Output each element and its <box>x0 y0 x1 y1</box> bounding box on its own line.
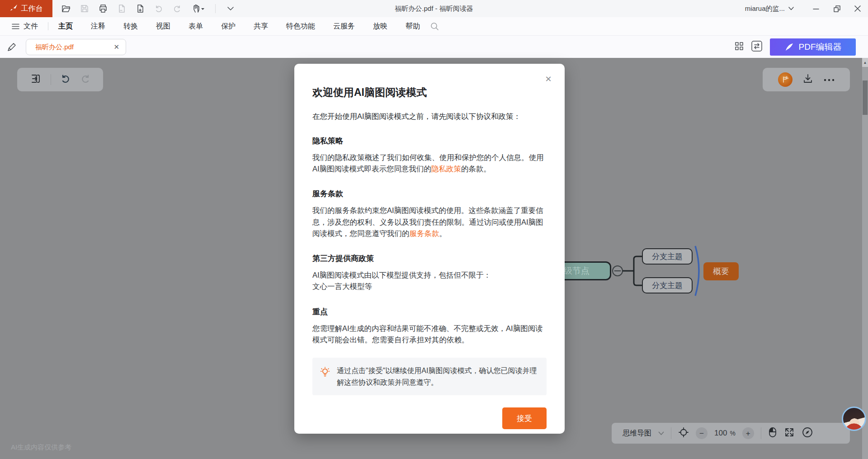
dialog-intro: 在您开始使用AI脑图阅读模式之前，请先阅读以下协议和政策： <box>312 112 547 122</box>
canvas-toolbar-right <box>763 68 850 91</box>
lightbulb-icon <box>320 366 330 378</box>
canvas-bottom-toolbar: 思维导图 − 100 % + <box>612 423 850 444</box>
annotate-pencil-icon[interactable] <box>6 42 17 54</box>
grid-view-icon[interactable] <box>735 42 744 52</box>
exit-mindmap-icon[interactable] <box>30 73 42 86</box>
collapse-ribbon-icon[interactable] <box>225 3 236 14</box>
thirdparty-heading: 第三方提供商政策 <box>312 253 547 264</box>
dialog-title: 欢迎使用AI脑图阅读模式 <box>312 85 547 99</box>
account-name: miarua的监... <box>745 5 785 13</box>
hand-tool-button[interactable] <box>190 3 206 14</box>
undo-button[interactable] <box>153 3 164 14</box>
menu-item-file[interactable]: 文件 <box>12 22 38 31</box>
add-page-button[interactable] <box>135 3 146 14</box>
restore-button[interactable] <box>826 0 847 17</box>
canvas-redo-button[interactable] <box>80 73 91 86</box>
minimize-button[interactable] <box>806 0 826 17</box>
tab-close-icon[interactable]: ✕ <box>113 43 119 51</box>
dialog-close-icon[interactable]: ✕ <box>543 74 554 85</box>
menu-item-present[interactable]: 放映 <box>373 22 387 31</box>
terms-paragraph: 我们的服务条款约束您AI脑图阅读模式的使用。这些条款涵盖了重要信息，涉及您的权利… <box>312 205 547 239</box>
important-paragraph: 您需理解AI生成的内容和结果可能不准确、不完整或无效，AI脑图阅读模式可能会出错… <box>312 323 547 345</box>
scrollbar-thumb[interactable] <box>863 80 868 115</box>
privacy-paragraph: 我们的隐私政策概述了我们如何收集、使用和保护您的个人信息。使用AI脑图阅读模式即… <box>312 152 547 175</box>
canvas-toolbar-left <box>17 68 103 91</box>
menu-items: 主页 注释 转换 视图 表单 保护 共享 特色功能 云服务 放映 帮助 <box>58 22 420 31</box>
toolbar-divider <box>671 427 671 439</box>
zoom-level: 100 % <box>714 429 736 438</box>
print-button[interactable] <box>98 3 108 14</box>
tip-box: 通过点击"接受"以继续使用AI脑图阅读模式，确认您已阅读并理解这些协议和政策并同… <box>312 358 547 395</box>
mouse-mode-icon[interactable] <box>768 427 777 440</box>
overview-compass-icon[interactable] <box>802 426 813 440</box>
mindmap-node-branch-bottom[interactable]: 分支主题 <box>642 277 693 293</box>
menu-item-cloud[interactable]: 云服务 <box>333 22 355 31</box>
menu-item-form[interactable]: 表单 <box>189 22 203 31</box>
save-button[interactable] <box>79 3 90 14</box>
terms-heading: 服务条款 <box>312 189 547 199</box>
title-bar: 工作台 <box>0 0 868 17</box>
toolbar-divider <box>215 4 216 13</box>
menu-item-home[interactable]: 主页 <box>58 22 73 31</box>
tab-bar: 福昕办公.pdf ✕ PDF编辑器 <box>0 36 868 58</box>
more-options-icon[interactable] <box>823 76 835 84</box>
ai-disclaimer: AI生成内容仅供参考 <box>11 443 71 452</box>
dialog-footer: 接受 <box>312 407 547 429</box>
close-window-button[interactable] <box>847 0 868 17</box>
open-file-button[interactable] <box>61 3 71 14</box>
assistant-avatar[interactable] <box>842 407 866 431</box>
menu-item-view[interactable]: 视图 <box>156 22 170 31</box>
document-tab-title: 福昕办公.pdf <box>35 43 113 52</box>
privacy-heading: 隐私策略 <box>312 136 547 146</box>
mindmap-node-branch-top[interactable]: 分支主题 <box>642 248 693 265</box>
zoom-out-button[interactable]: − <box>696 427 708 439</box>
menu-bar: 文件 主页 注释 转换 视图 表单 保护 共享 特色功能 云服务 放映 帮助 <box>0 17 868 36</box>
tabbar-actions: PDF编辑器 <box>735 36 856 58</box>
pill-divider <box>51 74 51 85</box>
hamburger-icon <box>12 24 19 29</box>
redo-button[interactable] <box>172 3 183 14</box>
pdf-editor-button[interactable]: PDF编辑器 <box>770 38 856 56</box>
titlebar-right: miarua的监... <box>745 0 868 17</box>
ai-mindmap-consent-dialog: ✕ 欢迎使用AI脑图阅读模式 在您开始使用AI脑图阅读模式之前，请先阅读以下协议… <box>294 64 565 434</box>
menu-item-convert[interactable]: 转换 <box>123 22 138 31</box>
chevron-down-icon <box>788 7 794 10</box>
center-map-icon[interactable] <box>678 427 689 440</box>
workspace-label: 工作台 <box>21 4 43 14</box>
menu-item-protect[interactable]: 保护 <box>221 22 236 31</box>
workspace-button[interactable]: 工作台 <box>0 0 52 17</box>
fullscreen-icon[interactable] <box>784 427 795 440</box>
account-menu[interactable]: miarua的监... <box>745 5 794 13</box>
document-tab[interactable]: 福昕办公.pdf ✕ <box>26 39 126 55</box>
download-icon[interactable] <box>802 73 813 86</box>
menu-item-comment[interactable]: 注释 <box>91 22 105 31</box>
toolbar-divider <box>761 427 761 439</box>
ai-mindmap-icon[interactable] <box>778 72 793 87</box>
app-window: 工作台 <box>0 0 868 459</box>
search-icon[interactable] <box>430 22 439 31</box>
scroll-up-arrow[interactable]: ▲ <box>862 58 868 67</box>
menu-item-help[interactable]: 帮助 <box>406 22 420 31</box>
zoom-in-button[interactable]: + <box>742 427 754 439</box>
copy-page-button[interactable] <box>116 3 127 14</box>
privacy-policy-link[interactable]: 隐私政策 <box>431 165 461 173</box>
terms-of-service-link[interactable]: 服务条款 <box>410 229 439 237</box>
foxit-logo-icon <box>10 4 18 13</box>
canvas-undo-button[interactable] <box>60 73 71 86</box>
mindmap-node-summary[interactable]: 概要 <box>703 262 739 280</box>
accept-button[interactable]: 接受 <box>502 407 547 429</box>
menu-item-share[interactable]: 共享 <box>254 22 268 31</box>
vertical-scrollbar[interactable]: ▲ <box>862 58 868 459</box>
quill-pen-icon <box>784 42 794 52</box>
view-mode-select[interactable]: 思维导图 <box>623 429 651 438</box>
menu-item-features[interactable]: 特色功能 <box>286 22 315 31</box>
important-heading: 重点 <box>312 307 547 317</box>
switch-view-icon[interactable] <box>751 40 763 54</box>
chevron-down-icon[interactable] <box>658 431 664 435</box>
menu-divider <box>48 22 48 30</box>
quick-toolbar <box>61 3 236 14</box>
thirdparty-paragraph: AI脑图阅读模式由以下模型提供支持，包括但不限于： 文心一言大模型等 <box>312 270 547 292</box>
tip-text: 通过点击"接受"以继续使用AI脑图阅读模式，确认您已阅读并理解这些协议和政策并同… <box>337 365 538 388</box>
